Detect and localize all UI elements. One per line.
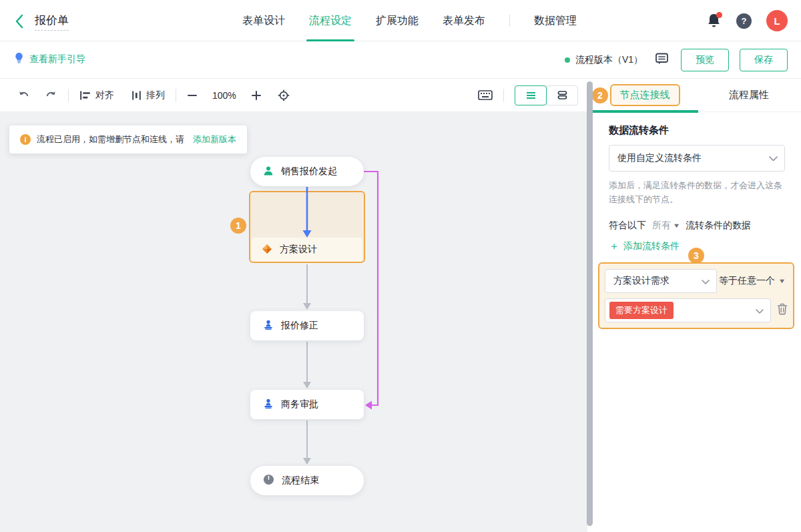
chevron-down-icon (702, 276, 710, 286)
condition-field-select[interactable]: 方案设计需求 (605, 269, 717, 293)
notification-dot (716, 12, 722, 18)
caret-down-icon: ▼ (778, 278, 786, 284)
section-title: 数据流转条件 (609, 124, 785, 137)
node-process-end[interactable]: 流程结束 (250, 466, 364, 495)
annotation-badge-3: 3 (688, 248, 704, 264)
list-view-toggle[interactable] (515, 85, 547, 105)
preview-button[interactable]: 预览 (681, 49, 729, 71)
view-mode-toggle (515, 85, 578, 105)
app-header: 报价单 表单设计 流程设定 扩展功能 表单发布 数据管理 ? L (0, 0, 801, 41)
undo-icon[interactable] (17, 90, 30, 100)
arrange-button[interactable]: 排列 (131, 89, 165, 101)
save-button[interactable]: 保存 (740, 49, 788, 71)
power-icon (263, 474, 274, 487)
annotation-badge-1: 1 (230, 218, 246, 234)
locate-center-icon[interactable] (278, 89, 290, 101)
newbie-guide-link[interactable]: 查看新手引导 (15, 52, 85, 66)
form-title[interactable]: 报价单 (35, 13, 69, 31)
condition-operator-select[interactable]: 等于任意一个 ▼ (719, 275, 788, 287)
diamond-icon (262, 244, 272, 256)
main-nav: 表单设计 流程设定 扩展功能 表单发布 数据管理 (230, 0, 589, 41)
tab-process-setting[interactable]: 流程设定 (297, 0, 364, 41)
toolbar-divider (503, 89, 504, 102)
shortcut-keyboard-icon[interactable] (478, 89, 493, 101)
chevron-down-icon (756, 305, 764, 316)
annotation-outline: 节点连接线 (610, 84, 680, 106)
panel-resize-handle[interactable] (587, 81, 593, 526)
comment-icon[interactable] (655, 52, 669, 68)
version-status-dot (565, 57, 570, 63)
user-avatar[interactable]: L (766, 10, 788, 31)
help-icon[interactable]: ? (736, 13, 752, 29)
member-icon (263, 166, 274, 178)
node-business-approval[interactable]: 商务审批 (250, 390, 364, 419)
toolbar-divider (176, 89, 176, 102)
plus-icon: ＋ (609, 241, 619, 252)
redo-icon[interactable] (45, 90, 57, 100)
zoom-out-icon[interactable] (187, 90, 198, 101)
match-mode-select[interactable]: 所有 ▼ (652, 220, 680, 232)
caret-down-icon: ▼ (673, 222, 681, 229)
align-button[interactable]: 对齐 (79, 89, 114, 101)
tab-process-properties[interactable]: 流程属性 (697, 79, 801, 111)
tab-form-design[interactable]: 表单设计 (230, 0, 297, 41)
node-solution-design[interactable]: 方案设计 (252, 238, 362, 262)
flow-canvas[interactable]: i 流程已启用，如需增删节点和连线，请 添加新版本 销售报价发起 方案设计 (0, 112, 587, 532)
compact-view-toggle[interactable] (546, 85, 578, 105)
notification-bell-icon[interactable] (707, 13, 722, 29)
info-icon: i (20, 134, 31, 145)
back-icon[interactable] (15, 14, 23, 31)
add-flow-condition-link[interactable]: ＋ 添加流转条件 (609, 240, 680, 252)
chevron-down-icon (769, 153, 778, 164)
condition-hint-text: 添加后，满足流转条件的数据，才会进入这条连接线下的节点。 (609, 178, 785, 206)
process-subheader: 查看新手引导 流程版本（V1） 预览 保存 (0, 41, 801, 79)
nav-divider (509, 15, 510, 27)
edge-config-panel: 节点连接线 流程属性 2 数据流转条件 使用自定义流转条件 添加后，满足流转条件… (593, 79, 801, 532)
process-version: 流程版本（V1） (565, 54, 643, 66)
tab-data-management[interactable]: 数据管理 (522, 0, 589, 41)
approval-stamp-icon (263, 320, 274, 332)
process-enabled-notice: i 流程已启用，如需增删节点和连线，请 添加新版本 (9, 125, 247, 154)
canvas-toolbar: 对齐 排列 100% (0, 79, 587, 112)
annotation-badge-2: 2 (592, 87, 608, 103)
zoom-in-icon[interactable] (251, 90, 262, 101)
tab-form-publish[interactable]: 表单发布 (431, 0, 497, 41)
approval-stamp-icon (263, 398, 274, 411)
node-sales-quote-start[interactable]: 销售报价发起 (250, 157, 364, 186)
flow-condition-card: 方案设计需求 等于任意一个 ▼ 需要方案设计 (598, 262, 794, 329)
toolbar-divider (68, 89, 69, 102)
tab-node-connection-line[interactable]: 节点连接线 (593, 79, 697, 111)
add-new-version-link[interactable]: 添加新版本 (193, 134, 236, 146)
tab-extensions[interactable]: 扩展功能 (364, 0, 431, 41)
node-quote-revision[interactable]: 报价修正 (250, 311, 364, 340)
delete-condition-icon[interactable] (777, 303, 788, 318)
flow-condition-mode-select[interactable]: 使用自定义流转条件 (609, 145, 785, 172)
zoom-level[interactable]: 100% (212, 90, 236, 101)
lightbulb-icon (15, 52, 23, 66)
condition-value-tag: 需要方案设计 (609, 302, 674, 319)
condition-value-select[interactable]: 需要方案设计 (605, 298, 771, 322)
